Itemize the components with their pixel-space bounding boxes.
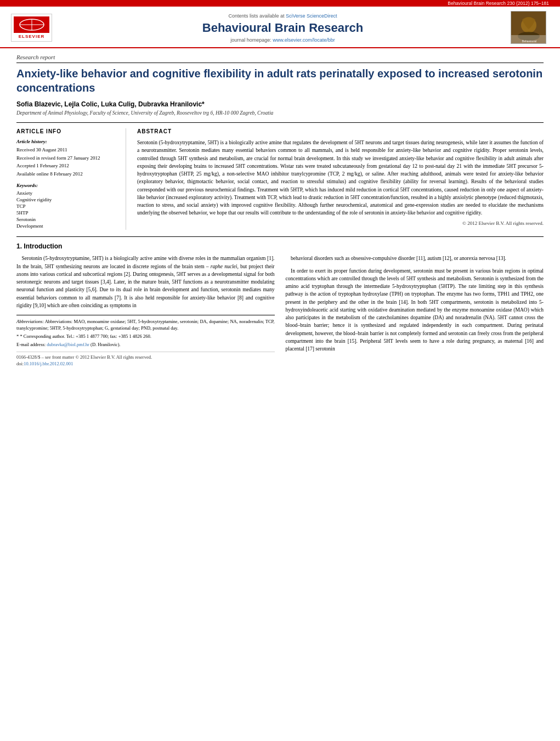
received-date: Received 30 August 2011 — [16, 146, 117, 154]
homepage-link[interactable]: www.elsevier.com/locate/bbr — [273, 37, 335, 43]
abstract-text: Serotonin (5-hydroxytryptamine, 5HT) is … — [137, 139, 544, 217]
sciverse-line: Contents lists available at SciVerse Sci… — [228, 13, 337, 19]
online-date: Available online 8 February 2012 — [16, 171, 117, 178]
journal-thumb-image: Behavioural Brain Research — [511, 11, 546, 44]
article-info-abstract-section: ARTICLE INFO Article history: Received 3… — [16, 122, 544, 230]
revised-date: Received in revised form 27 January 2012 — [16, 155, 117, 162]
keyword-2: Cognitive rigidity — [16, 197, 117, 202]
journal-thumbnail: Behavioural Brain Research — [511, 11, 549, 47]
keyword-5: Serotonin — [16, 217, 117, 222]
intro-right-paragraph-1: behavioral disorders such as obsessive-c… — [286, 254, 544, 262]
keywords-section: Keywords: Anxiety Cognitive rigidity TCP… — [16, 183, 117, 229]
svg-text:Brain Research: Brain Research — [522, 43, 537, 44]
doi-bar: 0166-4328/$ – see front matter © 2012 El… — [16, 352, 275, 367]
body-columns: Serotonin (5-hydroxytryptamine, 5HT) is … — [16, 254, 544, 367]
journal-homepage-line: journal homepage: www.elsevier.com/locat… — [230, 37, 335, 43]
section-label: Research report — [16, 54, 544, 63]
abbreviations-text: Abbreviations: MAO, monoamine oxidase; 5… — [16, 319, 275, 331]
introduction-heading: 1. Introduction — [16, 242, 544, 250]
intro-left-paragraph: Serotonin (5-hydroxytryptamine, 5HT) is … — [16, 254, 275, 309]
journal-header: ELSEVIER Contents lists available at Sci… — [0, 7, 560, 48]
copyright: © 2012 Elsevier B.V. All rights reserved… — [137, 220, 544, 226]
history-label: Article history: — [16, 139, 117, 144]
keyword-1: Anxiety — [16, 190, 117, 196]
abstract-paragraph: Serotonin (5-hydroxytryptamine, 5HT) is … — [137, 139, 544, 217]
section-title: Introduction — [24, 242, 62, 250]
article-info-header: ARTICLE INFO — [16, 128, 117, 134]
journal-center: Contents lists available at SciVerse Sci… — [55, 11, 511, 47]
article-title: Anxiety-like behavior and cognitive flex… — [16, 66, 544, 95]
doi-text: doi:10.1016/j.bbr.2012.02.001 — [16, 361, 275, 367]
email-label: E-mail address: — [16, 342, 47, 347]
intro-right-paragraph-2: In order to exert its proper function du… — [286, 267, 544, 353]
elsevier-label: ELSEVIER — [14, 33, 49, 39]
abstract-header: ABSTRACT — [137, 128, 544, 134]
citation-text: Behavioural Brain Research 230 (2012) 17… — [448, 1, 549, 6]
elsevier-logo: ELSEVIER — [11, 11, 55, 47]
journal-title: Behavioural Brain Research — [202, 21, 363, 35]
abstract-column: ABSTRACT Serotonin (5-hydroxytryptamine,… — [137, 128, 544, 230]
email-footnote: E-mail address: dubravka@biol.pmf.hr (D.… — [16, 342, 275, 348]
article-info-column: ARTICLE INFO Article history: Received 3… — [16, 128, 126, 230]
accepted-date: Accepted 1 February 2012 — [16, 162, 117, 169]
elsevier-logo-icon — [14, 16, 49, 33]
doi-link[interactable]: 10.1016/j.bbr.2012.02.001 — [24, 361, 73, 366]
footnote-section: Abbreviations: Abbreviations: MAO, monoa… — [16, 315, 275, 367]
elsevier-logo-box: ELSEVIER — [11, 14, 52, 42]
keyword-6: Development — [16, 223, 117, 229]
section-number: 1. — [16, 242, 22, 250]
authors: Sofia Blazevic, Lejla Colic, Luka Culig,… — [16, 100, 544, 108]
svg-point-5 — [518, 32, 540, 41]
issn-text: 0166-4328/$ – see front matter © 2012 El… — [16, 354, 275, 361]
article-content: Research report Anxiety-like behavior an… — [0, 48, 560, 372]
corresponding-footnote: * * Corresponding author. Tel.: +385 1 4… — [16, 333, 275, 340]
section-divider — [16, 236, 544, 237]
author-names: Sofia Blazevic, Lejla Colic, Luka Culig,… — [16, 100, 205, 108]
citation-bar: Behavioural Brain Research 230 (2012) 17… — [0, 0, 560, 7]
affiliation: Department of Animal Physiology, Faculty… — [16, 110, 544, 116]
body-left-col: Serotonin (5-hydroxytryptamine, 5HT) is … — [16, 254, 275, 367]
email-attribution: (D. Hranilovic). — [89, 342, 121, 347]
page: Behavioural Brain Research 230 (2012) 17… — [0, 0, 560, 741]
body-right-col: behavioral disorders such as obsessive-c… — [286, 254, 544, 367]
abbreviations-footnote: Abbreviations: Abbreviations: MAO, monoa… — [16, 319, 275, 332]
keyword-4: 5HTP — [16, 210, 117, 216]
sciverse-text: Contents lists available at — [228, 13, 284, 19]
keyword-3: TCP — [16, 203, 117, 209]
corresponding-text: * Corresponding author. Tel.: +385 1 487… — [20, 333, 151, 339]
abbreviations-label: Abbreviations — [16, 319, 42, 324]
svg-text:Behavioural: Behavioural — [522, 39, 536, 43]
sciverse-link[interactable]: SciVerse ScienceDirect — [286, 13, 337, 19]
keywords-label: Keywords: — [16, 183, 117, 188]
homepage-text: journal homepage: — [230, 37, 271, 43]
email-link[interactable]: dubravka@biol.pmf.hr — [47, 342, 89, 347]
